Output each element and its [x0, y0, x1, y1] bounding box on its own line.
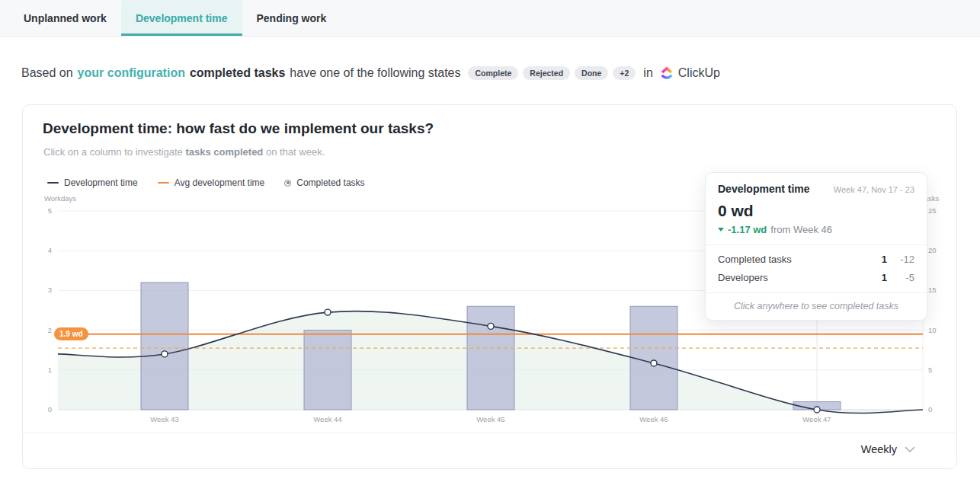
banner-connector: in: [643, 66, 652, 80]
bar-week-44[interactable]: [304, 331, 351, 410]
frequency-selector[interactable]: Weekly: [861, 441, 915, 458]
tab-pending-work[interactable]: Pending work: [242, 0, 341, 36]
card-title: Development time: how fast do we impleme…: [43, 120, 434, 137]
chart-tooltip: Development time Week 47, Nov 17 - 23 0 …: [705, 172, 927, 321]
state-pill-more[interactable]: +2: [613, 66, 636, 80]
tooltip-row-completed-tasks: Completed tasks 1 -12: [718, 254, 914, 265]
tooltip-value: 0 wd: [718, 202, 914, 220]
row-label: Completed tasks: [718, 254, 864, 265]
banner-middle-text: have one of the following states: [290, 66, 460, 80]
svg-text:Workdays: Workdays: [44, 194, 76, 203]
tooltip-delta-reference: from Week 46: [770, 224, 832, 235]
svg-text:0: 0: [48, 405, 52, 414]
svg-text:Week 47: Week 47: [802, 415, 831, 423]
frequency-label: Weekly: [861, 443, 897, 455]
config-banner: Based on your configuration completed ta…: [21, 64, 720, 82]
chart-legend: Development time Avg development time Co…: [47, 177, 365, 188]
subtitle-prefix: Click on a column to investigate: [43, 146, 183, 158]
divider: [23, 433, 956, 433]
tab-bar: Unplanned work Development time Pending …: [0, 0, 980, 37]
state-pill-complete: Complete: [468, 66, 518, 80]
legend-development-time[interactable]: Development time: [47, 177, 138, 188]
tab-unplanned-work[interactable]: Unplanned work: [9, 0, 121, 36]
svg-text:Week 43: Week 43: [150, 415, 178, 423]
clickup-logo-icon: [660, 66, 674, 80]
svg-text:4: 4: [48, 246, 52, 254]
row-value: 1: [864, 254, 887, 265]
svg-text:Week 45: Week 45: [476, 415, 504, 423]
card-subtitle: Click on a column to investigate tasks c…: [43, 146, 325, 158]
state-pill-rejected: Rejected: [523, 66, 570, 80]
svg-text:25: 25: [928, 206, 937, 215]
chevron-down-icon: [905, 446, 915, 453]
svg-text:5: 5: [48, 206, 52, 215]
bar-week-46[interactable]: [630, 306, 677, 410]
svg-text:3: 3: [48, 286, 52, 294]
bar-week-43[interactable]: [141, 283, 188, 410]
row-label: Developers: [718, 272, 864, 283]
svg-text:0: 0: [928, 405, 932, 414]
tooltip-period: Week 47, Nov 17 - 23: [834, 185, 914, 194]
svg-text:Week 46: Week 46: [639, 415, 668, 423]
tooltip-footer: Click anywhere to see completed tasks: [718, 293, 914, 320]
configuration-link[interactable]: your configuration: [78, 66, 185, 80]
svg-text:10: 10: [928, 326, 937, 334]
integration-name: ClickUp: [678, 66, 720, 80]
row-delta: -12: [887, 254, 914, 265]
legend-avg-development-time[interactable]: Avg development time: [158, 177, 265, 188]
row-delta: -5: [887, 272, 914, 283]
line-swatch-icon: [47, 182, 59, 184]
banner-prefix: Based on: [21, 66, 73, 80]
tooltip-title: Development time: [718, 183, 810, 195]
tooltip-row-developers: Developers 1 -5: [718, 272, 914, 283]
banner-bold-text: completed tasks: [190, 66, 285, 80]
svg-text:15: 15: [928, 286, 937, 294]
row-value: 1: [864, 272, 887, 283]
tab-development-time[interactable]: Development time: [121, 0, 242, 36]
marker-swatch-icon: [284, 180, 291, 187]
avg-development-time-badge: 1.9 wd: [54, 327, 88, 340]
line-swatch-icon: [158, 182, 169, 184]
state-pills: Complete Rejected Done +2: [468, 66, 636, 80]
svg-text:5: 5: [928, 366, 932, 374]
state-pill-done: Done: [575, 66, 608, 80]
trend-down-icon: [718, 228, 724, 232]
svg-text:Week 44: Week 44: [313, 415, 341, 423]
legend-label: Development time: [64, 177, 138, 188]
legend-label: Avg development time: [175, 177, 265, 188]
tooltip-delta: -1.17 wd from Week 46: [718, 224, 914, 235]
legend-completed-tasks[interactable]: Completed tasks: [284, 177, 364, 188]
svg-text:2: 2: [48, 326, 52, 334]
svg-text:20: 20: [928, 246, 937, 254]
subtitle-bold: tasks completed: [185, 146, 263, 158]
tooltip-delta-value: -1.17 wd: [728, 224, 767, 235]
legend-label: Completed tasks: [296, 177, 364, 188]
subtitle-suffix: on that week.: [266, 146, 325, 158]
svg-text:1: 1: [48, 366, 52, 374]
divider: [706, 244, 927, 245]
bar-week-45[interactable]: [467, 306, 514, 410]
